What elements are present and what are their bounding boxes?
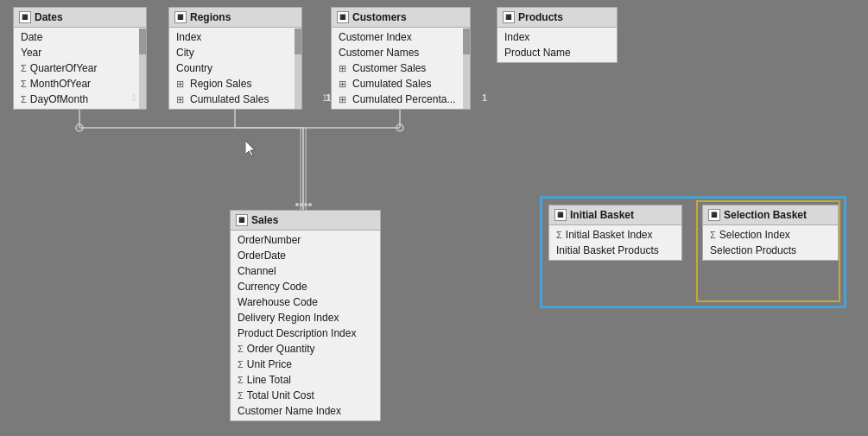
scrollbar[interactable] bbox=[139, 28, 146, 109]
table-regions: ▦ Regions Index City Country ⊞Region Sal… bbox=[168, 7, 302, 110]
table-row: Channel bbox=[231, 263, 380, 279]
relation-label-2: 1 bbox=[326, 92, 331, 103]
field-label: City bbox=[176, 47, 194, 59]
table-products-header: ▦ Products bbox=[497, 8, 617, 28]
calc-icon: ⊞ bbox=[339, 63, 349, 74]
table-row: Year bbox=[14, 45, 146, 60]
table-row: ⊞Cumulated Sales bbox=[169, 92, 301, 107]
field-label: Total Unit Cost bbox=[247, 389, 314, 401]
table-customers-header: ▦ Customers bbox=[332, 8, 470, 28]
table-row: City bbox=[169, 45, 301, 60]
table-initial-basket: ▦ Initial Basket ΣInitial Basket Index I… bbox=[548, 205, 682, 261]
table-dates-header: ▦ Dates bbox=[14, 8, 146, 28]
table-initial-basket-title: Initial Basket bbox=[570, 209, 634, 221]
sigma-icon: Σ bbox=[21, 94, 27, 104]
field-label: Cumulated Sales bbox=[352, 78, 431, 90]
field-label: Unit Price bbox=[247, 358, 292, 370]
field-label: MonthOfYear bbox=[30, 78, 91, 90]
sigma-icon: Σ bbox=[556, 230, 562, 240]
field-label: Customer Index bbox=[339, 31, 412, 43]
field-label: Channel bbox=[238, 265, 276, 277]
table-row: Index bbox=[497, 29, 617, 45]
field-label: Customer Names bbox=[339, 47, 419, 59]
sigma-icon: Σ bbox=[21, 63, 27, 73]
table-row: OrderNumber bbox=[231, 232, 380, 248]
field-label: Index bbox=[504, 31, 529, 43]
table-icon: ▦ bbox=[174, 11, 187, 23]
table-sales-header: ▦ Sales bbox=[231, 211, 380, 231]
table-initial-basket-header: ▦ Initial Basket bbox=[549, 205, 681, 225]
table-icon: ▦ bbox=[554, 209, 567, 221]
sigma-icon: Σ bbox=[238, 375, 244, 385]
table-sales-title: Sales bbox=[251, 214, 278, 226]
scrollbar[interactable] bbox=[295, 28, 301, 109]
calc-icon: ⊞ bbox=[176, 94, 187, 105]
table-icon: ▦ bbox=[708, 209, 720, 221]
sigma-icon: Σ bbox=[238, 359, 244, 370]
svg-point-15 bbox=[295, 203, 299, 206]
table-row: ⊞Region Sales bbox=[169, 76, 301, 92]
field-label: Delivery Region Index bbox=[238, 312, 339, 324]
field-label: OrderNumber bbox=[238, 234, 301, 246]
field-label: Customer Sales bbox=[352, 62, 426, 74]
table-sales-body: OrderNumber OrderDate Channel Currency C… bbox=[231, 231, 380, 420]
table-row: ΣSelection Index bbox=[703, 227, 838, 243]
table-dates-title: Dates bbox=[35, 11, 63, 23]
scrollbar-thumb[interactable] bbox=[463, 28, 470, 54]
scrollbar-thumb[interactable] bbox=[295, 28, 301, 54]
field-label: Product Description Index bbox=[238, 327, 356, 339]
table-row: Selection Products bbox=[703, 243, 838, 258]
table-row: ΣUnit Price bbox=[231, 357, 380, 372]
svg-point-3 bbox=[76, 124, 83, 131]
field-label: Initial Basket Products bbox=[556, 244, 659, 256]
svg-point-18 bbox=[308, 203, 312, 206]
sigma-icon: Σ bbox=[238, 390, 244, 401]
table-row: Customer Index bbox=[332, 29, 470, 45]
table-icon: ▦ bbox=[19, 11, 31, 23]
table-row: Country bbox=[169, 60, 301, 76]
cursor bbox=[245, 141, 256, 156]
table-row: Customer Names bbox=[332, 45, 470, 60]
table-icon: ▦ bbox=[337, 11, 349, 23]
table-row: Customer Name Index bbox=[231, 403, 380, 419]
field-label: OrderDate bbox=[238, 250, 286, 262]
scrollbar-thumb[interactable] bbox=[139, 28, 146, 54]
table-row: ΣInitial Basket Index bbox=[549, 227, 681, 243]
field-label: Index bbox=[176, 31, 201, 43]
sigma-icon: Σ bbox=[710, 230, 716, 240]
table-dates: ▦ Dates Date Year ΣQuarterOfYear ΣMonthO… bbox=[13, 7, 147, 110]
table-initial-basket-body: ΣInitial Basket Index Initial Basket Pro… bbox=[549, 225, 681, 260]
field-label: Customer Name Index bbox=[238, 405, 341, 417]
table-selection-basket-body: ΣSelection Index Selection Products bbox=[703, 225, 838, 260]
table-row: Date bbox=[14, 29, 146, 45]
table-row: Currency Code bbox=[231, 279, 380, 294]
table-products-body: Index Product Name bbox=[497, 28, 617, 62]
table-selection-basket-header: ▦ Selection Basket bbox=[703, 205, 838, 225]
table-row: OrderDate bbox=[231, 248, 380, 263]
table-regions-body: Index City Country ⊞Region Sales ⊞Cumula… bbox=[169, 28, 301, 109]
table-row: Initial Basket Products bbox=[549, 243, 681, 258]
relation-label-1: 1 bbox=[131, 92, 136, 103]
table-row: ΣMonthOfYear bbox=[14, 76, 146, 92]
table-sales: ▦ Sales OrderNumber OrderDate Channel Cu… bbox=[230, 210, 381, 421]
svg-marker-19 bbox=[245, 141, 255, 156]
table-row: ΣTotal Unit Cost bbox=[231, 388, 380, 403]
field-label: Cumulated Percenta... bbox=[352, 93, 455, 105]
field-label: Selection Index bbox=[719, 229, 790, 241]
svg-point-11 bbox=[396, 124, 403, 131]
scrollbar[interactable] bbox=[463, 28, 470, 109]
table-row: Product Name bbox=[497, 45, 617, 60]
field-label: Line Total bbox=[247, 374, 291, 386]
table-row: ⊞Cumulated Sales bbox=[332, 76, 470, 92]
field-label: Warehouse Code bbox=[238, 296, 318, 308]
table-customers-title: Customers bbox=[352, 11, 407, 23]
table-row: ΣDayOfMonth bbox=[14, 92, 146, 107]
svg-point-17 bbox=[304, 203, 307, 206]
table-row: Product Description Index bbox=[231, 325, 380, 341]
field-label: QuarterOfYear bbox=[30, 62, 98, 74]
field-label: Product Name bbox=[504, 47, 571, 59]
table-row: ⊞Cumulated Percenta... bbox=[332, 92, 470, 107]
table-row: Warehouse Code bbox=[231, 294, 380, 310]
table-customers: ▦ Customers Customer Index Customer Name… bbox=[331, 7, 471, 110]
field-label: Currency Code bbox=[238, 281, 307, 293]
